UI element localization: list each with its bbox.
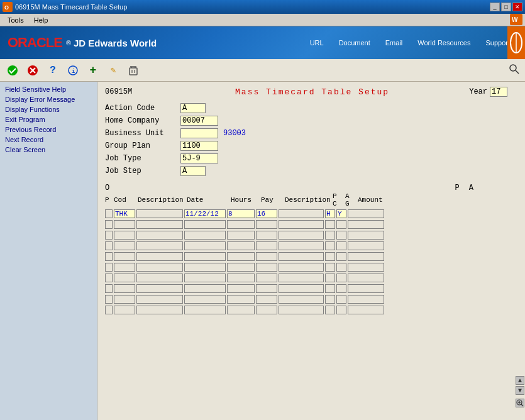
empty-cell[interactable] <box>184 241 226 250</box>
empty-cell[interactable] <box>256 274 277 282</box>
empty-cell[interactable] <box>105 263 113 272</box>
empty-cell[interactable] <box>325 241 335 250</box>
empty-cell[interactable] <box>336 284 346 293</box>
empty-cell[interactable] <box>114 306 135 314</box>
empty-cell[interactable] <box>227 263 255 272</box>
empty-cell[interactable] <box>105 295 113 304</box>
empty-cell[interactable] <box>227 220 255 229</box>
info-button[interactable]: i <box>65 63 80 78</box>
empty-cell[interactable] <box>348 241 384 250</box>
empty-cell[interactable] <box>114 263 135 272</box>
sidebar-item-previous-record[interactable]: Previous Record <box>0 124 97 135</box>
row1-date[interactable] <box>184 209 226 218</box>
empty-cell[interactable] <box>105 284 113 293</box>
empty-cell[interactable] <box>105 274 113 282</box>
search-icon[interactable] <box>509 64 520 77</box>
sidebar-item-field-sensitive-help[interactable]: Field Sensitive Help <box>0 84 97 94</box>
empty-cell[interactable] <box>136 284 183 293</box>
scroll-up-button[interactable]: ▲ <box>516 376 524 385</box>
row1-p[interactable] <box>105 209 113 218</box>
menu-help[interactable]: Help <box>29 15 53 25</box>
empty-cell[interactable] <box>136 263 183 272</box>
empty-cell[interactable] <box>227 284 255 293</box>
empty-cell[interactable] <box>279 231 324 240</box>
empty-cell[interactable] <box>105 252 113 261</box>
row1-desc1[interactable] <box>136 209 183 218</box>
scroll-down-button[interactable]: ▼ <box>516 386 524 395</box>
empty-cell[interactable] <box>184 284 226 293</box>
row1-ag[interactable] <box>336 209 346 218</box>
empty-cell[interactable] <box>336 220 346 229</box>
sidebar-item-display-error-message[interactable]: Display Error Message <box>0 94 97 104</box>
row1-cod[interactable] <box>114 209 135 218</box>
close-button[interactable]: ✕ <box>512 3 522 11</box>
cancel-button[interactable] <box>25 63 40 78</box>
empty-cell[interactable] <box>227 295 255 304</box>
sidebar-item-exit-program[interactable]: Exit Program <box>0 114 97 124</box>
nav-email[interactable]: Email <box>378 36 411 49</box>
empty-cell[interactable] <box>227 231 255 240</box>
empty-cell[interactable] <box>184 220 226 229</box>
empty-cell[interactable] <box>325 263 335 272</box>
year-field[interactable] <box>490 87 507 97</box>
empty-cell[interactable] <box>184 263 226 272</box>
home-company-input[interactable] <box>180 116 218 126</box>
empty-cell[interactable] <box>348 274 384 282</box>
ok-button[interactable] <box>5 63 20 78</box>
empty-cell[interactable] <box>105 220 113 229</box>
empty-cell[interactable] <box>348 306 384 314</box>
empty-cell[interactable] <box>256 263 277 272</box>
empty-cell[interactable] <box>336 295 346 304</box>
empty-cell[interactable] <box>136 295 183 304</box>
empty-cell[interactable] <box>114 241 135 250</box>
empty-cell[interactable] <box>279 284 324 293</box>
job-step-input[interactable] <box>180 166 206 176</box>
empty-cell[interactable] <box>114 252 135 261</box>
empty-cell[interactable] <box>336 241 346 250</box>
add-button[interactable]: + <box>86 63 101 78</box>
empty-cell[interactable] <box>348 284 384 293</box>
empty-cell[interactable] <box>184 231 226 240</box>
empty-cell[interactable] <box>256 252 277 261</box>
nav-world-resources[interactable]: World Resources <box>410 36 478 49</box>
empty-cell[interactable] <box>279 252 324 261</box>
row1-hours[interactable] <box>227 209 255 218</box>
row1-desc2[interactable] <box>279 209 324 218</box>
empty-cell[interactable] <box>256 284 277 293</box>
edit-button[interactable]: ✎ <box>106 63 121 78</box>
empty-cell[interactable] <box>348 231 384 240</box>
minimize-button[interactable]: _ <box>490 3 500 11</box>
sidebar-item-display-functions[interactable]: Display Functions <box>0 104 97 114</box>
empty-cell[interactable] <box>279 295 324 304</box>
empty-cell[interactable] <box>336 252 346 261</box>
empty-cell[interactable] <box>256 241 277 250</box>
empty-cell[interactable] <box>256 220 277 229</box>
empty-cell[interactable] <box>227 252 255 261</box>
empty-cell[interactable] <box>279 220 324 229</box>
help-button[interactable]: ? <box>45 63 60 78</box>
empty-cell[interactable] <box>325 231 335 240</box>
empty-cell[interactable] <box>227 241 255 250</box>
empty-cell[interactable] <box>114 274 135 282</box>
empty-cell[interactable] <box>348 220 384 229</box>
menu-tools[interactable]: Tools <box>3 15 29 25</box>
empty-cell[interactable] <box>114 231 135 240</box>
maximize-button[interactable]: □ <box>501 3 511 11</box>
job-type-input[interactable] <box>180 153 218 163</box>
empty-cell[interactable] <box>256 231 277 240</box>
empty-cell[interactable] <box>184 295 226 304</box>
empty-cell[interactable] <box>348 252 384 261</box>
row1-pay[interactable] <box>256 209 277 218</box>
empty-cell[interactable] <box>114 295 135 304</box>
empty-cell[interactable] <box>325 274 335 282</box>
empty-cell[interactable] <box>279 274 324 282</box>
empty-cell[interactable] <box>325 252 335 261</box>
empty-cell[interactable] <box>105 241 113 250</box>
action-code-input[interactable] <box>180 103 206 113</box>
zoom-in-button[interactable] <box>516 399 524 407</box>
empty-cell[interactable] <box>325 284 335 293</box>
empty-cell[interactable] <box>279 263 324 272</box>
empty-cell[interactable] <box>256 295 277 304</box>
empty-cell[interactable] <box>184 252 226 261</box>
empty-cell[interactable] <box>279 306 324 314</box>
